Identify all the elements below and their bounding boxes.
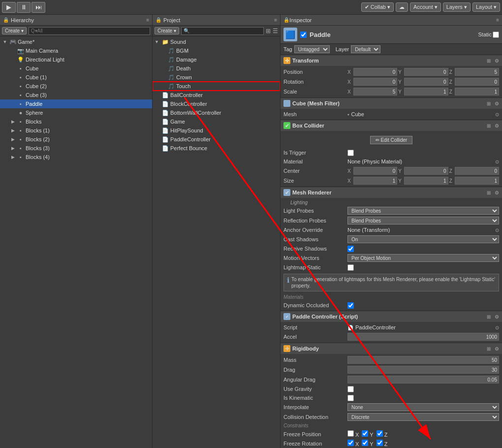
scale-x-input[interactable] bbox=[353, 88, 398, 96]
accel-input[interactable] bbox=[347, 333, 499, 341]
tag-select[interactable]: Untagged bbox=[294, 45, 330, 53]
play-button[interactable]: ▶ bbox=[2, 2, 16, 13]
center-z-input[interactable] bbox=[455, 167, 499, 175]
size-x-input[interactable] bbox=[353, 177, 398, 185]
proj-item-game[interactable]: 📄 Game bbox=[153, 117, 280, 126]
hierarchy-item-cube[interactable]: ▪ Cube bbox=[0, 64, 152, 73]
paddle-settings-icon[interactable]: ⚙ bbox=[495, 314, 499, 320]
layer-select[interactable]: Default bbox=[351, 45, 380, 53]
transform-header[interactable]: ✛ Transform ⊞ ⚙ bbox=[281, 55, 502, 66]
rot-y-input[interactable] bbox=[404, 78, 448, 86]
center-x-input[interactable] bbox=[353, 167, 398, 175]
interpolate-select[interactable]: None bbox=[347, 403, 499, 411]
collider-copy-icon[interactable]: ⊞ bbox=[487, 123, 491, 128]
hierarchy-item-cube2[interactable]: ▪ Cube (2) bbox=[0, 82, 152, 91]
anchor-link-icon[interactable]: ⊙ bbox=[495, 227, 499, 233]
hierarchy-item-maincam[interactable]: 📷 Main Camera bbox=[0, 46, 152, 55]
cloud-button[interactable]: ☁ bbox=[396, 2, 408, 12]
lightmap-static-checkbox[interactable] bbox=[347, 264, 354, 271]
proj-item-perfectbounce[interactable]: 📄 Perfect Bounce bbox=[153, 144, 280, 153]
hierarchy-item-dirlight[interactable]: 💡 Directional Light bbox=[0, 55, 152, 64]
proj-item-death[interactable]: 🎵 Death bbox=[153, 64, 280, 73]
mass-input[interactable] bbox=[347, 356, 499, 364]
proj-item-damage[interactable]: 🎵 Damage bbox=[153, 55, 280, 64]
material-link-icon[interactable]: ⊙ bbox=[495, 159, 499, 164]
hierarchy-item-blocks3[interactable]: ▶ ▪ Blocks (3) bbox=[0, 144, 152, 153]
proj-item-bottomwall[interactable]: 📄 BottomWallController bbox=[153, 108, 280, 117]
is-trigger-checkbox[interactable] bbox=[347, 150, 354, 156]
project-search-input[interactable] bbox=[181, 27, 264, 35]
cast-shadows-select[interactable]: On bbox=[347, 235, 499, 243]
paddle-script-link[interactable]: ⊙ bbox=[495, 325, 499, 330]
light-probes-select[interactable]: Blend Probes bbox=[347, 207, 499, 215]
paddle-controller-header[interactable]: ✔ Paddle Controller (Script) ⊞ ⚙ bbox=[281, 311, 502, 322]
proj-item-hitplay[interactable]: 📄 HitPlaySound bbox=[153, 126, 280, 135]
is-kinematic-checkbox[interactable] bbox=[347, 395, 354, 401]
proj-item-touch[interactable]: 🎵 Touch bbox=[153, 82, 280, 91]
hierarchy-create-button[interactable]: Create ▾ bbox=[2, 27, 27, 34]
dynamic-occluded-checkbox[interactable] bbox=[347, 302, 354, 309]
renderer-copy-icon[interactable]: ⊞ bbox=[487, 190, 491, 195]
hierarchy-item-blocks2[interactable]: ▶ ▪ Blocks (2) bbox=[0, 135, 152, 144]
freeze-rot-z[interactable] bbox=[376, 440, 383, 446]
transform-settings-icon[interactable]: ⚙ bbox=[495, 58, 499, 64]
size-y-input[interactable] bbox=[404, 177, 448, 185]
rot-z-input[interactable] bbox=[455, 78, 499, 86]
pos-z-input[interactable] bbox=[455, 68, 499, 76]
mesh-renderer-header[interactable]: ✔ Mesh Renderer ⊞ ⚙ bbox=[281, 187, 502, 198]
proj-icon1[interactable]: ⊞ bbox=[266, 28, 271, 34]
collider-settings-icon[interactable]: ⚙ bbox=[495, 123, 499, 128]
hierarchy-item-blocks1[interactable]: ▶ ▪ Blocks (1) bbox=[0, 126, 152, 135]
proj-item-bgm[interactable]: 🎵 BGM bbox=[153, 46, 280, 55]
project-create-button[interactable]: Create ▾ bbox=[155, 27, 179, 34]
collision-select[interactable]: Discrete bbox=[347, 413, 499, 421]
mesh-link-icon[interactable]: ⊙ bbox=[495, 112, 499, 117]
proj-item-sound[interactable]: ▼ 📁 Sound bbox=[153, 37, 280, 46]
edit-collider-button[interactable]: ✏ Edit Collider bbox=[370, 136, 413, 144]
renderer-enable-check[interactable]: ✔ bbox=[283, 189, 290, 196]
mesh-filter-header[interactable]: Cube (Mesh Filter) ⊞ ⚙ bbox=[281, 98, 502, 109]
hierarchy-item-blocks4[interactable]: ▶ ▪ Blocks (4) bbox=[0, 153, 152, 161]
hierarchy-item-blocks[interactable]: ▶ ▪ Blocks bbox=[0, 117, 152, 126]
hierarchy-menu-icon[interactable]: ≡ bbox=[146, 17, 149, 23]
collab-button[interactable]: ✔ Collab ▾ bbox=[361, 2, 394, 12]
hierarchy-item-cube3[interactable]: ▪ Cube (3) bbox=[0, 91, 152, 99]
layout-button[interactable]: Layout ▾ bbox=[472, 2, 500, 12]
proj-item-ballctrl[interactable]: 📄 BallController bbox=[153, 91, 280, 99]
proj-icon2[interactable]: ☰ bbox=[273, 28, 278, 34]
layers-button[interactable]: Layers ▾ bbox=[443, 2, 471, 12]
project-menu-icon[interactable]: ≡ bbox=[274, 17, 277, 23]
use-gravity-checkbox[interactable] bbox=[347, 386, 354, 392]
proj-item-paddlectrl[interactable]: 📄 PaddleController bbox=[153, 135, 280, 144]
static-checkbox[interactable] bbox=[493, 32, 499, 38]
proj-item-crown[interactable]: 🎵 Crown bbox=[153, 73, 280, 82]
pause-button[interactable]: ⏸ bbox=[17, 2, 31, 13]
freeze-rot-y[interactable] bbox=[362, 440, 368, 446]
hierarchy-search-input[interactable] bbox=[29, 27, 150, 35]
freeze-rot-x[interactable] bbox=[347, 440, 354, 446]
scale-y-input[interactable] bbox=[404, 88, 448, 96]
receive-shadows-checkbox[interactable] bbox=[347, 246, 354, 252]
rigidbody-header[interactable]: ✛ Rigidbody ⊞ ⚙ bbox=[281, 343, 502, 354]
mesh-filter-settings-icon[interactable]: ⚙ bbox=[495, 101, 499, 106]
motion-vectors-select[interactable]: Per Object Motion bbox=[347, 254, 499, 262]
proj-item-blockctrl[interactable]: 📄 BlockController bbox=[153, 99, 280, 108]
pos-x-input[interactable] bbox=[353, 68, 398, 76]
box-collider-header[interactable]: ✔ Box Collider ⊞ ⚙ bbox=[281, 120, 502, 131]
rigidbody-copy-icon[interactable]: ⊞ bbox=[487, 346, 491, 352]
size-z-input[interactable] bbox=[455, 177, 499, 185]
inspector-menu-icon[interactable]: ≡ bbox=[496, 17, 499, 23]
hierarchy-item-cube1[interactable]: ▪ Cube (1) bbox=[0, 73, 152, 82]
scale-z-input[interactable] bbox=[455, 88, 499, 96]
paddle-copy-icon[interactable]: ⊞ bbox=[487, 314, 491, 320]
renderer-settings-icon[interactable]: ⚙ bbox=[495, 190, 499, 195]
freeze-pos-y[interactable] bbox=[362, 430, 368, 437]
paddle-enable-check[interactable]: ✔ bbox=[283, 313, 290, 320]
object-enabled-check[interactable] bbox=[300, 32, 307, 38]
reflection-probes-select[interactable]: Blend Probes bbox=[347, 217, 499, 224]
object-enabled-checkbox[interactable] bbox=[300, 32, 307, 38]
rigidbody-settings-icon[interactable]: ⚙ bbox=[495, 346, 499, 352]
drag-input[interactable] bbox=[347, 366, 499, 374]
freeze-pos-x[interactable] bbox=[347, 430, 354, 437]
transform-copy-icon[interactable]: ⊞ bbox=[487, 58, 491, 64]
